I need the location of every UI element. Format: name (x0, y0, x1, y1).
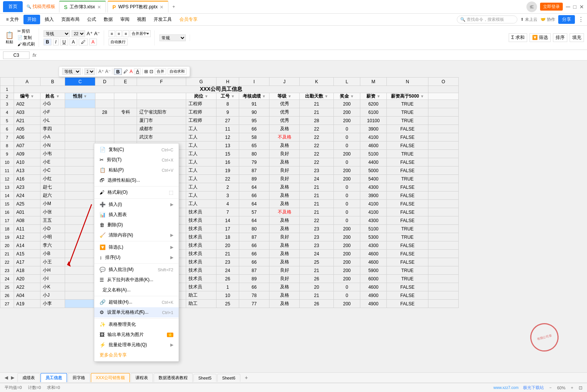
font-size-select[interactable]: 22 (72, 30, 85, 37)
align-left-btn[interactable]: ≡ (109, 30, 115, 37)
menu-layout[interactable]: 页面布局 (58, 15, 83, 24)
ctx-insert-chart[interactable]: 📊插入图表 (94, 210, 179, 220)
fill-color-btn[interactable]: 🖊 (79, 39, 88, 45)
col-H[interactable]: H (216, 78, 239, 86)
zoom-in-btn[interactable]: ＋ (570, 385, 574, 390)
ft-size-select[interactable]: 22 (84, 68, 95, 75)
fit-page-btn[interactable]: ⊡ (579, 385, 582, 390)
paste-btn[interactable]: 📋 粘贴 (3, 30, 16, 45)
menu-file[interactable]: ≡ 文件 (3, 15, 22, 24)
share-btn[interactable]: 分享 (558, 15, 575, 24)
ft-size-dec[interactable]: A⁻ (105, 69, 111, 74)
col-K[interactable]: K (300, 78, 334, 86)
menu-view[interactable]: 视图 (134, 15, 149, 24)
col-J[interactable]: J (269, 78, 300, 86)
col-C[interactable]: C (65, 78, 95, 86)
filter-btn[interactable]: 🔽 筛选 (529, 33, 551, 42)
home-tab[interactable]: 首页 (3, 1, 23, 12)
menu-member[interactable]: 会员专享 (176, 15, 201, 24)
ctx-delete[interactable]: 🗑删除(D) (94, 220, 179, 230)
menu-start[interactable]: 开始 (23, 15, 40, 24)
xlsx-tab[interactable]: S 工作簿3.xlsx ✕ (59, 1, 106, 12)
ft-merge-btn[interactable]: 合并 (155, 68, 166, 75)
sort-btn[interactable]: 排序 (553, 33, 567, 42)
font-color-btn[interactable]: A (89, 39, 97, 45)
sheet-tab-sheet6[interactable]: Sheet6 (217, 374, 240, 382)
ft-bold-btn[interactable]: B (114, 68, 122, 75)
underline-btn[interactable]: U (60, 39, 68, 45)
menu-review[interactable]: 审阅 (117, 15, 132, 24)
sheet-tab-sheet5[interactable]: Sheet5 (193, 374, 216, 382)
ctx-hyperlink[interactable]: 🔗超链接(H)... Ctrl+K (94, 297, 179, 307)
more-btn[interactable]: ⋮ (578, 16, 584, 23)
ctx-paste[interactable]: 📋粘贴(P) Ctrl+V (94, 165, 179, 175)
add-tab-btn[interactable]: + (168, 2, 179, 12)
ctx-export-image[interactable]: 🖼输出单元格为图片 ⭐ (94, 330, 179, 340)
sheet-tab-sales[interactable]: XXX公司销售额 (91, 373, 130, 382)
col-M[interactable]: M (360, 78, 387, 86)
ctx-insert[interactable]: ➕插入(I) ▶ (94, 199, 179, 210)
border-btn[interactable]: A (70, 39, 77, 45)
ctx-beautify[interactable]: ✨表格整理美化 (94, 319, 179, 330)
ft-font-select[interactable]: 等线 (62, 68, 81, 75)
close-btn[interactable]: ✕ (579, 4, 584, 10)
sheet-tab-grid[interactable]: 田字格 (68, 373, 90, 382)
login-btn[interactable]: 立即登录 (540, 3, 563, 11)
menu-dev[interactable]: 开发工具 (151, 15, 175, 24)
ctx-paste-special[interactable]: 🗗选择性粘贴(S)... (94, 175, 179, 185)
font-dec-btn[interactable]: A⁻ (94, 31, 100, 36)
ctx-cell-format[interactable]: ⚙设置单元格格式(F)... Ctrl+1 (94, 307, 179, 317)
zoom-out-btn[interactable]: － (548, 385, 553, 390)
wrap-btn[interactable]: 自动换行 (109, 39, 128, 45)
col-F[interactable]: F (137, 78, 186, 86)
sheet-nav-next[interactable]: ▶ (9, 375, 16, 380)
col-L[interactable]: L (334, 78, 360, 86)
font-inc-btn[interactable]: A⁺ (87, 31, 93, 36)
col-E[interactable]: E (114, 78, 137, 86)
collab-btn[interactable]: 🤝 协作 (540, 17, 555, 22)
col-O[interactable]: O (428, 78, 459, 86)
cell-reference-box[interactable] (3, 51, 30, 59)
sum-btn[interactable]: Σ 求和 (509, 33, 527, 42)
ctx-clear[interactable]: 🧹清除内容(N) ▶ (94, 230, 179, 240)
sheet-tab-pivot[interactable]: 数据透视表教程 (154, 373, 193, 382)
sheet-tab-employee[interactable]: 员工信息 (40, 373, 67, 382)
ft-underline-btn[interactable]: A (134, 68, 141, 75)
ft-size-inc[interactable]: A⁺ (98, 69, 104, 74)
ctx-define-name[interactable]: 定义名称(A)... (94, 285, 179, 295)
cut-btn[interactable]: ✂剪切 (17, 28, 35, 34)
search-box[interactable]: 🔍 查找命令，搜索模板 (457, 16, 517, 23)
ctx-batch[interactable]: ⚡批量处理单元格(Q) ▶ (94, 340, 179, 350)
align-center-btn[interactable]: ≡ (116, 30, 122, 37)
ctx-sort[interactable]: ↕排序(U) ▶ (94, 252, 179, 263)
ft-autosum-btn[interactable]: 自动求和 (168, 68, 187, 75)
template-tab[interactable]: 🔍 找稿壳模板 (23, 1, 59, 12)
col-I[interactable]: I (239, 78, 269, 86)
col-D[interactable]: D (95, 78, 114, 86)
sheet-tab-course[interactable]: 课程表 (131, 373, 153, 382)
col-N[interactable]: N (387, 78, 428, 86)
menu-insert[interactable]: 插入 (42, 15, 57, 24)
copy-btn[interactable]: 📄复制 (17, 35, 35, 40)
ctx-filter[interactable]: 🔽筛选(L) ▶ (94, 242, 179, 252)
ctx-format-brush[interactable]: 🖌格式刷(O) ⬚ (94, 187, 179, 198)
number-format-select[interactable]: 常规 (159, 34, 186, 41)
fill-btn[interactable]: 填充 (570, 33, 584, 42)
menu-formula[interactable]: 公式 (84, 15, 99, 24)
align-right-btn[interactable]: ≡ (123, 30, 129, 37)
col-A[interactable]: A (14, 78, 40, 86)
font-family-select[interactable]: 等线 (44, 30, 70, 37)
formula-input[interactable] (39, 52, 584, 59)
ctx-member[interactable]: 更多会员专享 (94, 350, 179, 360)
menu-data[interactable]: 数据 (101, 15, 116, 24)
add-sheet-btn[interactable]: + (242, 373, 251, 382)
ctx-dropdown-list[interactable]: ☰从下拉列表中选择(K)... (94, 275, 179, 285)
sheet-nav-prev[interactable]: ◀ (3, 375, 9, 380)
sheet-tab-grades[interactable]: 成绩表 (17, 373, 40, 382)
maximize-btn[interactable]: □ (573, 4, 576, 10)
pptx-tab[interactable]: P WPS PPT教程.pptx ✕ (107, 1, 168, 12)
ctx-cut[interactable]: ✂剪切(T) Ctrl+X (94, 155, 179, 165)
col-B[interactable]: B (40, 78, 65, 86)
ctx-copy[interactable]: 📄复制(C) Ctrl+C (94, 145, 179, 155)
merge-btn[interactable]: 合并居中▾ (130, 30, 151, 37)
